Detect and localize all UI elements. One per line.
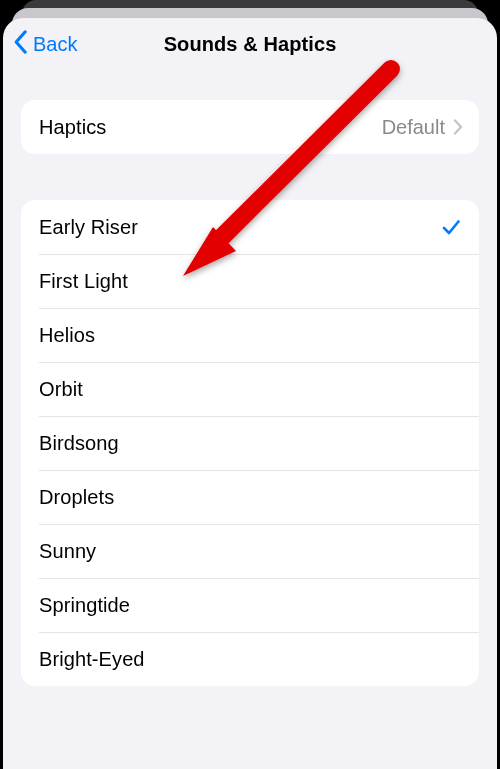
haptics-group: Haptics Default <box>21 100 479 154</box>
navbar: Back Sounds & Haptics <box>3 18 497 70</box>
sound-label: Droplets <box>39 486 463 509</box>
back-label: Back <box>33 33 77 56</box>
page-title: Sounds & Haptics <box>164 33 337 56</box>
sound-row[interactable]: Birdsong <box>21 416 479 470</box>
sound-row[interactable]: Orbit <box>21 362 479 416</box>
sound-label: Springtide <box>39 594 463 617</box>
haptics-label: Haptics <box>39 116 382 139</box>
sound-label: Bright-Eyed <box>39 648 463 671</box>
sound-row[interactable]: Early Riser <box>21 200 479 254</box>
sound-label: Birdsong <box>39 432 463 455</box>
sound-row[interactable]: Helios <box>21 308 479 362</box>
sound-label: Early Riser <box>39 216 439 239</box>
chevron-left-icon <box>13 30 29 59</box>
checkmark-icon <box>439 215 463 239</box>
sound-row[interactable]: Bright-Eyed <box>21 632 479 686</box>
chevron-right-icon <box>453 119 463 135</box>
sound-label: Orbit <box>39 378 463 401</box>
settings-sheet: Back Sounds & Haptics Haptics Default Ea… <box>3 18 497 769</box>
haptics-value: Default <box>382 116 445 139</box>
sound-row[interactable]: Droplets <box>21 470 479 524</box>
haptics-row[interactable]: Haptics Default <box>21 100 479 154</box>
sound-label: Sunny <box>39 540 463 563</box>
sound-label: Helios <box>39 324 463 347</box>
sound-label: First Light <box>39 270 463 293</box>
sounds-group: Early RiserFirst LightHeliosOrbitBirdson… <box>21 200 479 686</box>
sound-row[interactable]: Sunny <box>21 524 479 578</box>
sound-row[interactable]: Springtide <box>21 578 479 632</box>
content: Haptics Default Early RiserFirst LightHe… <box>3 70 497 769</box>
sound-row[interactable]: First Light <box>21 254 479 308</box>
back-button[interactable]: Back <box>13 18 77 70</box>
